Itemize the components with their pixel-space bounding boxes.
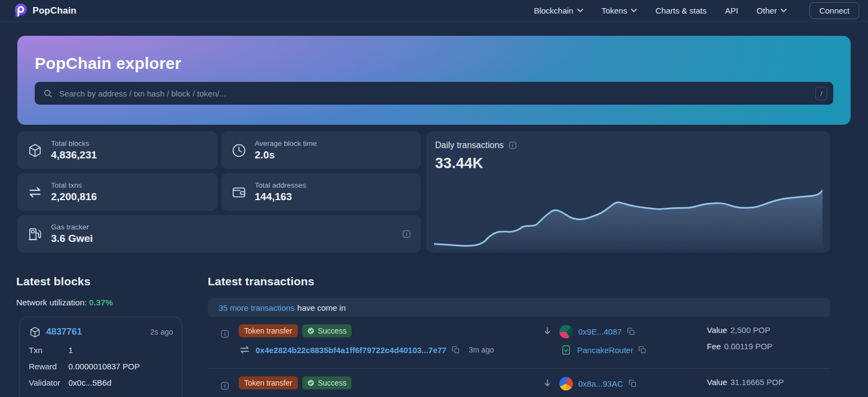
arrow-down-icon (542, 378, 552, 388)
latest-blocks-heading: Latest blocks (16, 274, 182, 289)
stat-value: 2.0s (255, 149, 317, 161)
daily-transactions-value: 33.44K (435, 155, 822, 172)
brand-name: PopChain (33, 5, 76, 16)
info-icon[interactable] (402, 229, 411, 239)
new-transactions-link[interactable]: 35 more transactions (219, 303, 295, 312)
daily-transactions-chart (434, 180, 822, 249)
block-validator-label: Validator (29, 378, 68, 388)
search-bar[interactable]: / (35, 82, 833, 105)
stat-label: Total txns (51, 181, 97, 189)
network-utilization-value: 0.37% (89, 298, 113, 307)
tx-fee-amount: 0.00119 POP (724, 342, 773, 351)
latest-transactions-section: Latest transactions 35 more transactions… (208, 274, 830, 397)
block-reward-label: Reward (29, 362, 68, 372)
info-icon[interactable] (220, 329, 229, 338)
block-validator-link[interactable]: 0x0c...5B6d (68, 378, 111, 388)
block-txn-label: Txn (29, 345, 68, 355)
stat-card-avg-block-time: Average block time 2.0s (221, 131, 422, 169)
tx-value-label: Value (707, 325, 727, 335)
connect-button[interactable]: Connect (809, 2, 859, 19)
popchain-logo-icon (13, 3, 28, 18)
tx-value-amount: 31.16665 POP (730, 377, 783, 387)
transfer-arrows-icon (239, 344, 251, 356)
check-circle-icon (307, 379, 315, 387)
stat-card-gas-tracker: Gas tracker 3.6 Gwei (17, 215, 421, 253)
stat-value: 144,163 (255, 191, 307, 203)
chevron-down-icon (781, 9, 787, 12)
copy-icon[interactable] (627, 327, 635, 336)
chart-area (434, 190, 822, 249)
gas-pump-icon (27, 226, 43, 242)
latest-block-card: 4837761 2s ago Txn 1 Reward 0.0000010837… (20, 317, 182, 397)
nav-item-api[interactable]: API (725, 6, 738, 15)
cube-icon (27, 143, 43, 158)
nav-item-blockchain[interactable]: Blockchain (534, 6, 583, 15)
new-transactions-suffix: have come in (297, 303, 346, 312)
nav-item-label: Other (757, 6, 777, 15)
tx-status-badge: Success (302, 324, 352, 337)
tx-fee-label: Fee (707, 342, 721, 351)
network-utilization: Network utilization:0.37% (16, 298, 182, 308)
tx-type-badge: Token transfer (239, 376, 298, 389)
stat-value: 3.6 Gwei (51, 233, 93, 245)
block-number-link[interactable]: 4837761 (46, 326, 82, 337)
nav-item-charts-stats[interactable]: Charts & stats (655, 6, 706, 15)
check-circle-icon (307, 327, 315, 335)
copy-icon[interactable] (628, 379, 637, 388)
tx-fee: Fee0.00119 POP (707, 342, 773, 351)
brand-logo-link[interactable]: PopChain (13, 3, 76, 18)
nav-links: Blockchain Tokens Charts & stats API Oth… (534, 6, 787, 15)
tx-value: Value31.16665 POP (707, 377, 784, 387)
tx-from-address-link[interactable]: 0x8a...93AC (578, 379, 623, 388)
info-icon[interactable] (220, 381, 229, 390)
tx-to-address-link[interactable]: PancakeRouter (577, 345, 633, 355)
nav-item-label: Blockchain (534, 6, 573, 15)
nav-item-label: API (725, 6, 738, 15)
nav-item-label: Charts & stats (655, 6, 706, 15)
search-icon (43, 88, 53, 99)
arrow-down-icon (542, 326, 552, 336)
tx-status-badge: Success (302, 376, 352, 389)
stat-value: 4,836,231 (51, 149, 97, 161)
chevron-down-icon (577, 9, 583, 12)
tx-value-amount: 2,500 POP (730, 325, 770, 335)
block-validator-row: Validator 0x0c...5B6d (29, 378, 173, 388)
cube-icon (29, 326, 41, 338)
tx-age: 3m ago (469, 345, 494, 354)
search-shortcut-key: / (815, 87, 827, 100)
page-title: PopChain explorer (35, 36, 833, 73)
network-utilization-label: Network utilization: (16, 298, 87, 307)
chevron-down-icon (631, 9, 637, 12)
nav-item-label: Tokens (602, 6, 628, 15)
tx-hash-link[interactable]: 0x4e2824b22c8835bf4a1ff6f79722c4d40103..… (256, 345, 446, 355)
copy-icon[interactable] (638, 345, 647, 354)
latest-transactions-heading: Latest transactions (208, 274, 830, 289)
nav-item-other[interactable]: Other (757, 6, 787, 15)
search-input[interactable] (59, 89, 809, 98)
stat-label: Gas tracker (51, 223, 93, 231)
info-icon[interactable] (508, 141, 517, 150)
tx-from-address-link[interactable]: 0x9E...4087 (578, 327, 622, 336)
copy-icon[interactable] (451, 345, 460, 354)
nav-item-tokens[interactable]: Tokens (602, 6, 637, 15)
block-age: 2s ago (150, 328, 173, 336)
transaction-row: Token transfer Success 0x4e2824b22c8835b… (208, 317, 830, 368)
hero-banner: PopChain explorer / (17, 36, 851, 125)
latest-blocks-section: Latest blocks Network utilization:0.37% … (16, 274, 182, 397)
daily-transactions-card: Daily transactions 33.44K (426, 131, 830, 253)
tx-value-label: Value (707, 377, 727, 387)
wallet-icon (231, 184, 247, 200)
new-transactions-alert: 35 more transactions have come in (208, 298, 830, 317)
tx-value: Value2,500 POP (707, 325, 773, 335)
transfer-arrows-icon (27, 184, 43, 200)
chart-title: Daily transactions (435, 140, 503, 150)
block-reward-row: Reward 0.0000010837 POP (29, 362, 173, 372)
stat-label: Average block time (255, 139, 317, 148)
top-nav: PopChain Blockchain Tokens Charts & stat… (0, 0, 868, 22)
stat-label: Total addresses (255, 181, 307, 189)
stat-card-total-txns: Total txns 2,200,816 (17, 173, 218, 211)
contract-icon (560, 344, 572, 356)
address-avatar (559, 325, 573, 338)
block-txn-row: Txn 1 (29, 345, 173, 355)
block-reward-value: 0.0000010837 POP (68, 362, 140, 372)
